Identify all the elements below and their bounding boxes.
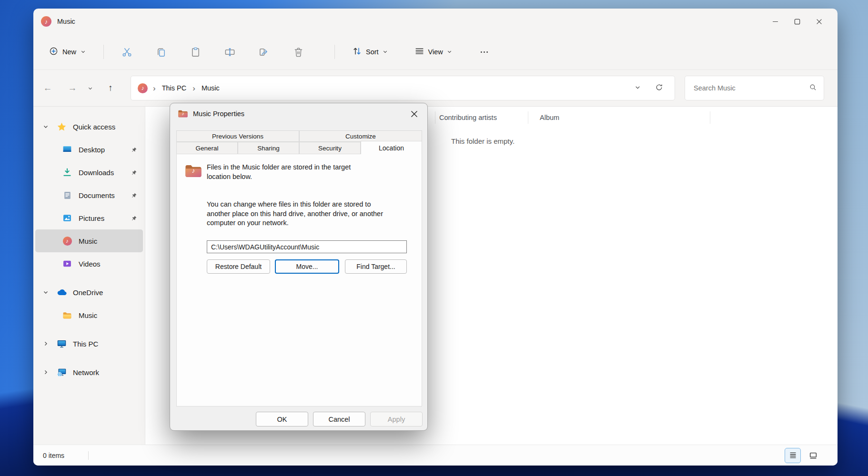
back-button[interactable]: ←	[38, 79, 57, 97]
sidebar-item-videos[interactable]: Videos	[35, 252, 143, 275]
chevron-down-icon	[81, 48, 86, 56]
music-icon: ♪	[62, 236, 72, 246]
restore-default-button[interactable]: Restore Default	[207, 259, 270, 274]
address-dropdown-chevron[interactable]	[635, 84, 641, 92]
sidebar-item-pictures[interactable]: Pictures	[35, 207, 143, 229]
tab-previous-versions[interactable]: Previous Versions	[176, 130, 299, 142]
cut-button[interactable]	[116, 41, 137, 62]
pin-icon	[131, 147, 137, 153]
up-button[interactable]: ↑	[101, 79, 120, 97]
sidebar-item-this-pc[interactable]: This PC	[35, 332, 143, 355]
search-icon[interactable]	[809, 83, 817, 93]
view-toggles	[785, 448, 828, 463]
breadcrumb-this-pc[interactable]: This PC	[161, 83, 188, 93]
sidebar-item-documents[interactable]: Documents	[35, 184, 143, 207]
videos-icon	[62, 258, 72, 269]
rename-button[interactable]	[219, 41, 240, 62]
dialog-close-button[interactable]	[404, 106, 424, 122]
location-tab-page: ♪ Files in the Music folder are stored i…	[176, 154, 422, 407]
maximize-button[interactable]	[786, 11, 808, 31]
window-title: Music	[57, 18, 75, 25]
sidebar-item-network[interactable]: Network	[35, 361, 143, 384]
tab-general[interactable]: General	[176, 142, 238, 154]
sidebar-item-label: Music	[79, 311, 97, 319]
sidebar-item-label: This PC	[73, 340, 98, 348]
music-properties-dialog: ♪ Music Properties Previous Versions Cus…	[170, 103, 428, 431]
ok-button[interactable]: OK	[256, 412, 308, 426]
search-input[interactable]	[693, 84, 809, 92]
sidebar-spacer	[33, 327, 145, 332]
pin-icon	[131, 169, 137, 176]
navigation-bar: ← → ↑ ♪ › This PC › Music	[33, 70, 838, 107]
pictures-icon	[62, 213, 72, 223]
sidebar-item-downloads[interactable]: Downloads	[35, 161, 143, 184]
breadcrumb-separator: ›	[192, 84, 195, 92]
dialog-title: Music Properties	[193, 110, 244, 118]
recent-locations-button[interactable]	[83, 79, 97, 97]
forward-arrow-icon: →	[68, 83, 77, 93]
chevron-down-icon[interactable]	[41, 289, 50, 295]
tab-sharing[interactable]: Sharing	[238, 142, 299, 154]
apply-button[interactable]: Apply	[370, 412, 423, 426]
sidebar-spacer	[33, 275, 145, 281]
window-body: Quick access Desktop Downloads	[33, 107, 838, 445]
status-divider	[88, 451, 89, 460]
folder-path-input[interactable]	[207, 240, 407, 253]
more-options-button[interactable]	[474, 41, 495, 62]
details-view-button[interactable]	[785, 448, 801, 463]
star-icon	[56, 121, 67, 132]
find-target-button[interactable]: Find Target...	[345, 259, 407, 274]
column-divider[interactable]	[710, 111, 710, 124]
column-divider[interactable]	[435, 111, 435, 124]
move-button[interactable]: Move...	[275, 259, 339, 274]
up-arrow-icon: ↑	[108, 83, 113, 93]
cancel-button[interactable]: Cancel	[313, 412, 365, 426]
chevron-down-icon[interactable]	[41, 124, 50, 129]
chevron-right-icon[interactable]	[41, 341, 50, 347]
column-header-album[interactable]: Album	[540, 110, 559, 125]
large-icons-view-button[interactable]	[805, 448, 821, 463]
sidebar-item-onedrive-music[interactable]: Music	[35, 304, 143, 327]
sort-button-label: Sort	[366, 48, 379, 56]
pin-icon	[131, 192, 137, 198]
location-description-text: You can change where files in this folde…	[207, 200, 388, 228]
toolbar-divider	[334, 45, 335, 59]
column-divider[interactable]	[528, 111, 528, 124]
toolbar-divider	[103, 45, 104, 59]
sidebar-item-music[interactable]: ♪ Music	[35, 229, 143, 252]
sort-button[interactable]: Sort	[347, 42, 393, 61]
copy-button[interactable]	[151, 41, 172, 62]
tab-security[interactable]: Security	[299, 142, 361, 154]
tab-location[interactable]: Location	[361, 141, 422, 154]
sidebar-spacer	[33, 355, 145, 361]
paste-button[interactable]	[185, 41, 206, 62]
address-bar[interactable]: ♪ › This PC › Music	[131, 76, 675, 100]
search-box[interactable]	[685, 76, 824, 100]
minimize-button[interactable]	[764, 11, 786, 31]
view-button[interactable]: View	[410, 42, 457, 61]
sidebar-item-quick-access[interactable]: Quick access	[35, 115, 143, 138]
delete-button[interactable]	[288, 41, 309, 62]
tab-customize[interactable]: Customize	[299, 130, 422, 142]
pin-icon	[131, 215, 137, 221]
forward-button[interactable]: →	[63, 79, 82, 97]
music-folder-icon: ♪	[184, 164, 202, 178]
new-button[interactable]: New	[44, 43, 91, 61]
music-app-icon: ♪	[41, 16, 51, 27]
sidebar-item-desktop[interactable]: Desktop	[35, 138, 143, 161]
folder-icon	[62, 310, 72, 320]
chevron-right-icon[interactable]	[41, 369, 50, 375]
breadcrumb-music[interactable]: Music	[201, 83, 221, 93]
items-count: 0 items	[43, 452, 64, 459]
breadcrumb-separator: ›	[153, 84, 156, 92]
share-button[interactable]	[253, 41, 274, 62]
column-header-contributing-artists[interactable]: Contributing artists	[439, 110, 497, 125]
file-explorer-window: ♪ Music New	[33, 9, 838, 466]
sidebar-item-label: Music	[79, 237, 97, 245]
close-button[interactable]	[808, 11, 830, 31]
music-note-glyph: ♪	[178, 111, 188, 116]
sidebar-item-label: Network	[73, 368, 99, 377]
onedrive-cloud-icon	[56, 287, 67, 298]
sidebar-item-onedrive[interactable]: OneDrive	[35, 281, 143, 304]
refresh-icon[interactable]	[655, 83, 663, 93]
